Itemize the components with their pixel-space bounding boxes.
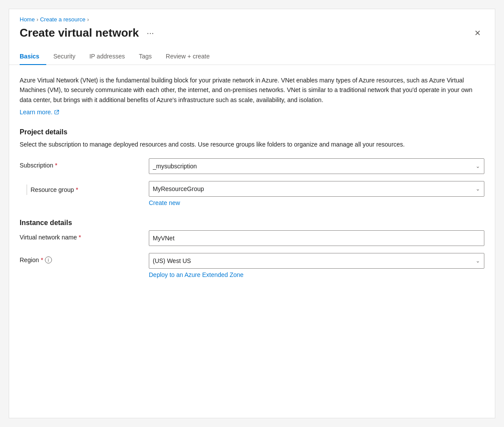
subscription-select[interactable]: _mysubscription [149,158,484,174]
subscription-label-col: Subscription * [20,158,142,169]
project-details-description: Select the subscription to manage deploy… [20,140,484,149]
subscription-select-wrapper: _mysubscription ⌄ [149,158,484,174]
region-select[interactable]: (US) West US [149,253,484,269]
title-left: Create virtual network ··· [20,26,157,40]
region-row: Region * i (US) West US ⌄ Deploy to an A… [20,253,484,279]
ellipsis-button[interactable]: ··· [144,27,157,39]
resource-group-select-wrapper: MyResourceGroup ⌄ [149,181,484,197]
create-new-link[interactable]: Create new [149,199,180,206]
page-title: Create virtual network [20,26,139,40]
title-row: Create virtual network ··· ✕ [20,26,484,40]
content-area: Azure Virtual Network (VNet) is the fund… [9,65,495,296]
vnet-name-label: Virtual network name * [20,234,142,241]
vnet-name-row: Virtual network name * [20,230,484,246]
resource-group-required-star: * [76,186,78,193]
resource-group-select[interactable]: MyResourceGroup [149,181,484,197]
breadcrumb-create-resource[interactable]: Create a resource [40,16,86,23]
subscription-required-star: * [55,162,57,169]
resource-group-row: Resource group * MyResourceGroup ⌄ Creat… [20,181,484,207]
instance-details-title: Instance details [20,219,484,227]
region-label-col: Region * i [20,253,142,263]
region-required-star: * [41,256,43,263]
breadcrumb-home[interactable]: Home [20,16,35,23]
tab-tags[interactable]: Tags [132,48,159,65]
vnet-name-input[interactable] [149,230,484,246]
tab-ip-addresses[interactable]: IP addresses [82,48,132,65]
tab-basics[interactable]: Basics [20,48,46,65]
deploy-extended-zone-link[interactable]: Deploy to an Azure Extended Zone [149,271,243,278]
resource-group-label-col: Resource group * [20,181,142,195]
tab-review-create[interactable]: Review + create [159,48,217,65]
close-button[interactable]: ✕ [471,27,484,40]
page-container: Home › Create a resource › Create virtua… [9,9,495,418]
resource-group-control-col: MyResourceGroup ⌄ Create new [149,181,484,207]
breadcrumb-sep-1: › [37,17,38,23]
vnet-name-control-col [149,230,484,246]
region-info-icon[interactable]: i [45,256,52,263]
vnet-name-label-col: Virtual network name * [20,230,142,241]
region-label: Region * i [20,256,142,263]
breadcrumb: Home › Create a resource › [20,16,484,23]
vnet-name-required-star: * [79,234,81,241]
breadcrumb-sep-2: › [87,17,89,23]
subscription-label: Subscription * [20,162,142,169]
tab-security[interactable]: Security [46,48,82,65]
vnet-description: Azure Virtual Network (VNet) is the fund… [20,75,484,105]
region-control-col: (US) West US ⌄ Deploy to an Azure Extend… [149,253,484,279]
project-details-title: Project details [20,128,484,136]
learn-more-link[interactable]: Learn more. [20,109,59,116]
header-area: Home › Create a resource › Create virtua… [9,9,495,40]
region-select-wrapper: (US) West US ⌄ [149,253,484,269]
resource-group-label: Resource group * [31,186,78,193]
subscription-control-col: _mysubscription ⌄ [149,158,484,174]
rg-indent-line [27,184,27,195]
tabs-container: Basics Security IP addresses Tags Review… [9,48,495,65]
external-link-icon [54,109,59,115]
subscription-row: Subscription * _mysubscription ⌄ [20,158,484,174]
